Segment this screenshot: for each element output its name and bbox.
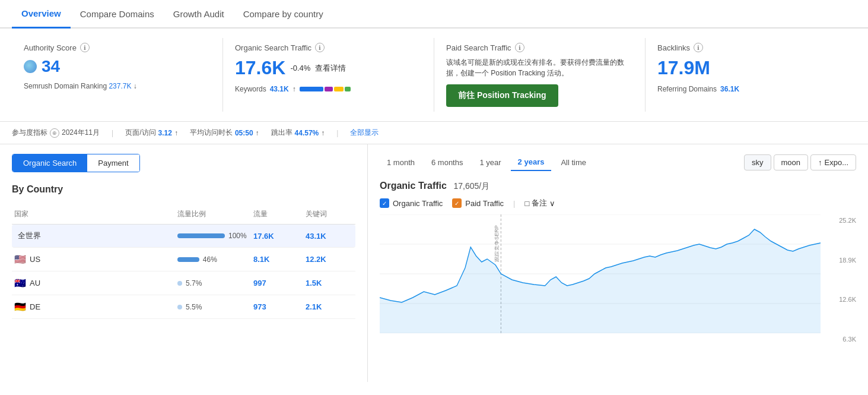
flag-icon: 🇩🇪 [14,301,26,312]
traffic-pct: 46% [203,255,217,264]
nav-overview[interactable]: Overview [12,0,71,29]
view-moon[interactable]: moon [774,154,809,170]
tab-group: Organic Search Payment [12,154,140,172]
time-1month[interactable]: 1 month [380,154,422,170]
domain-ranking-value: 237.7K [109,82,131,90]
legend-organic[interactable]: ✓ Organic Traffic [380,198,443,208]
organic-search-change: -0.4% [290,64,310,72]
traffic-bar-wrap: 5.7% [177,279,249,287]
authority-score-label: Authority Score [24,43,77,52]
flag-icon: 🇦🇺 [14,277,26,289]
bounce-rate-label: 跳出率 [271,128,292,138]
country-name: 🇦🇺 AU [14,277,173,289]
engagement-label-item: 参与度指标 ⊕ 2024年11月 [12,128,100,138]
export-icon: ↑ [818,158,822,167]
paid-search-info-icon[interactable]: ℹ [515,43,524,52]
engagement-globe-icon[interactable]: ⊕ [50,128,59,138]
organic-search-label: Organic Search Traffic [235,43,311,52]
keywords-count: 43.1K [306,232,353,241]
col-keywords: 关键词 [306,209,353,219]
paid-search-label: Paid Search Traffic [446,43,511,52]
time-6months[interactable]: 6 months [424,154,470,170]
country-name: 全世界 [14,230,173,241]
chart-y-labels: 25.2K 18.9K 12.6K 6.3K [826,214,856,345]
backlinks-value: 17.9M [657,57,710,78]
nav-growth-audit[interactable]: Growth Audit [164,1,234,27]
nav-compare-country[interactable]: Compare by country [234,1,333,27]
by-country-title: By Country [12,184,355,195]
traffic-bar-wrap: 100% [177,232,249,240]
tab-payment[interactable]: Payment [87,154,139,172]
notes-icon: □ [524,199,529,208]
legend-paid[interactable]: ✓ Paid Traffic [452,198,504,208]
pages-per-visit-value: 3.12 [158,129,172,137]
svg-marker-7 [380,229,821,333]
avg-visit-value: 05:50 [235,129,253,137]
traffic-bar [177,233,225,238]
pages-per-visit-label: 页面/访问 [125,128,155,138]
backlinks-info-icon[interactable]: ℹ [694,43,703,52]
traffic-value: 997 [253,279,301,287]
table-header: 国家 流量比例 流量 关键词 [12,204,355,225]
authority-score-value: 34 [42,57,60,76]
view-sky[interactable]: sky [744,154,771,170]
engagement-date: 2024年11月 [62,128,100,138]
organic-checkbox[interactable]: ✓ [380,198,389,208]
engagement-label: 参与度指标 [12,128,47,138]
paid-search-message: 该域名可能是新的或现在没有排名。要获得付费流量的数据，创建一个 Position… [446,57,633,78]
referring-domains-value: 36.1K [720,85,739,93]
time-all[interactable]: All time [554,154,593,170]
notes-chevron-icon: ∨ [549,199,555,208]
time-2years[interactable]: 2 years [511,154,552,171]
authority-score-card: Authority Score ℹ 34 Semrush Domain Rank… [12,38,223,112]
chart-legend: ✓ Organic Traffic ✓ Paid Traffic | □ 备注 … [380,198,856,208]
view-buttons: sky moon ↑ Expo... [744,154,856,170]
keywords-count: 2.1K [306,302,353,311]
time-1year[interactable]: 1 year [472,154,508,170]
tab-organic-search[interactable]: Organic Search [12,154,87,172]
keywords-count: 1.5K [306,279,353,287]
nav-compare-domains[interactable]: Compare Domains [71,1,164,27]
col-traffic: 流量 [253,209,301,219]
organic-traffic-chart: 25.2K 18.9K 12.6K 6.3K 跟踪竞争SERP [380,214,856,345]
backlinks-label: Backlinks [657,43,690,52]
domain-ranking: Semrush Domain Ranking 237.7K ↓ [24,82,211,90]
y-label-2: 18.9K [839,257,856,264]
backlinks-card: Backlinks ℹ 17.9M Referring Domains 36.1… [646,38,856,112]
traffic-pct: 100% [228,232,247,240]
left-panel: Organic Search Payment By Country 国家 流量比… [0,144,368,382]
legend-divider: | [513,199,515,208]
chart-svg-container: 跟踪竞争SERP [380,214,821,333]
keywords-count: 12.2K [306,255,353,264]
notes-button[interactable]: □ 备注 ∨ [524,198,555,208]
referring-domains-label: Referring Domains [657,85,717,93]
organic-legend-label: Organic Traffic [393,199,443,208]
paid-checkbox[interactable]: ✓ [452,198,462,208]
position-tracking-button[interactable]: 前往 Position Tracking [446,84,558,107]
svg-text:跟踪竞争SERP: 跟踪竞争SERP [494,225,500,262]
chart-subtitle: 17,605/月 [454,181,490,191]
country-row: 🇦🇺 AU 5.7% 997 1.5K [12,271,355,295]
paid-search-card: Paid Search Traffic ℹ 该域名可能是新的或现在没有排名。要获… [434,38,646,112]
organic-search-details-link[interactable]: 查看详情 [315,63,346,74]
paid-legend-label: Paid Traffic [465,199,504,208]
traffic-pct: 5.7% [186,279,202,287]
show-all-link[interactable]: 全部显示 [350,128,379,138]
y-label-3: 12.6K [839,296,856,303]
traffic-bar [177,257,199,262]
country-name: 🇺🇸 US [14,254,173,265]
country-table: 全世界 100% 17.6K 43.1K 🇺🇸 US 46% 8.1K 12.2… [12,225,355,319]
authority-score-icon [24,60,37,73]
top-nav: Overview Compare Domains Growth Audit Co… [0,0,868,29]
time-controls: 1 month 6 months 1 year 2 years All time… [380,154,856,171]
metrics-row: Authority Score ℹ 34 Semrush Domain Rank… [0,29,868,122]
organic-search-info-icon[interactable]: ℹ [315,43,325,52]
main-content: Organic Search Payment By Country 国家 流量比… [0,144,868,382]
country-name: 🇩🇪 DE [14,301,173,312]
export-button[interactable]: ↑ Expo... [810,154,856,170]
organic-search-value: 17.6K [235,57,285,79]
authority-score-info-icon[interactable]: ℹ [80,43,90,52]
chart-title-row: Organic Traffic 17,605/月 [380,181,856,192]
chart-title: Organic Traffic [380,181,447,191]
traffic-value: 17.6K [253,232,301,241]
